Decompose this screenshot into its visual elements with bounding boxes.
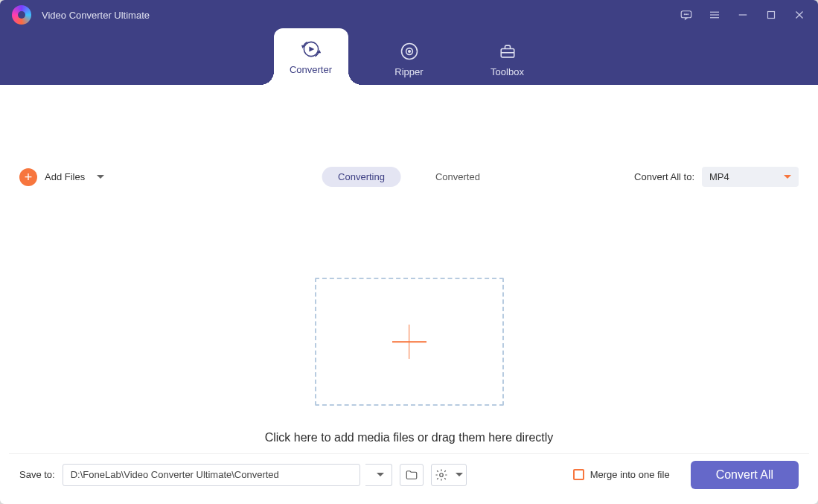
svg-rect-8 xyxy=(768,12,775,19)
subtab-converting[interactable]: Converting xyxy=(322,167,401,187)
save-path-value: D:\FoneLab\Video Converter Ultimate\Conv… xyxy=(71,469,279,480)
header: Video Converter Ultimate xyxy=(0,0,818,85)
titlebar: Video Converter Ultimate xyxy=(0,0,818,30)
merge-checkbox[interactable]: Merge into one file xyxy=(573,469,670,480)
checkbox-icon xyxy=(573,469,584,480)
save-to-label: Save to: xyxy=(19,469,55,480)
subtab-converted[interactable]: Converted xyxy=(419,167,496,187)
output-format-value: MP4 xyxy=(709,171,729,182)
menu-icon[interactable] xyxy=(708,8,721,22)
content-panel: + Add Files Converting Converted Convert… xyxy=(9,85,809,495)
save-path-dropdown[interactable] xyxy=(365,464,392,486)
svg-point-1 xyxy=(684,14,685,15)
tab-converter[interactable]: Converter xyxy=(274,28,348,85)
toolbar: + Add Files Converting Converted Convert… xyxy=(9,85,809,269)
output-format-select[interactable]: MP4 xyxy=(702,167,799,187)
close-icon[interactable] xyxy=(793,8,806,22)
svg-point-20 xyxy=(439,473,443,476)
footer: Save to: D:\FoneLab\Video Converter Ulti… xyxy=(9,453,809,495)
settings-button[interactable] xyxy=(431,464,467,486)
app-title: Video Converter Ultimate xyxy=(42,10,150,21)
svg-marker-12 xyxy=(309,46,314,51)
feedback-icon[interactable] xyxy=(680,8,693,22)
convert-all-to-label: Convert All to: xyxy=(634,171,694,182)
main-tabs: Converter Ripper Toolbox xyxy=(274,28,545,85)
tab-ripper[interactable]: Ripper xyxy=(372,33,447,85)
chevron-down-icon[interactable] xyxy=(97,175,104,179)
convert-all-button[interactable]: Convert All xyxy=(691,461,799,489)
minimize-icon[interactable] xyxy=(736,8,750,22)
drop-zone[interactable]: Click here to add media files or drag th… xyxy=(9,269,809,454)
open-folder-button[interactable] xyxy=(400,464,424,486)
add-files-button[interactable]: + Add Files xyxy=(19,168,104,186)
tab-toolbox[interactable]: Toolbox xyxy=(470,33,545,85)
drop-hint: Click here to add media files or drag th… xyxy=(265,431,554,444)
maximize-icon[interactable] xyxy=(764,8,778,22)
merge-label: Merge into one file xyxy=(590,469,670,480)
add-media-box[interactable] xyxy=(315,278,504,406)
save-path-field[interactable]: D:\FoneLab\Video Converter Ultimate\Conv… xyxy=(63,464,360,486)
convert-all-to-group: Convert All to: MP4 xyxy=(634,167,799,187)
tab-label: Ripper xyxy=(394,66,423,77)
chevron-down-icon xyxy=(456,473,463,476)
tab-label: Converter xyxy=(290,64,332,75)
plus-icon: + xyxy=(19,168,37,186)
chevron-down-icon xyxy=(377,473,384,476)
chevron-down-icon xyxy=(784,175,791,179)
app-logo-icon xyxy=(12,5,31,25)
plus-icon xyxy=(392,325,426,359)
window-controls xyxy=(680,8,806,22)
tab-label: Toolbox xyxy=(491,66,524,77)
sub-tabs: Converting Converted xyxy=(322,167,496,187)
svg-point-3 xyxy=(688,14,688,15)
svg-point-2 xyxy=(686,14,687,15)
add-files-label: Add Files xyxy=(45,171,85,182)
app-window: Video Converter Ultimate xyxy=(0,0,818,504)
svg-point-17 xyxy=(408,50,410,52)
